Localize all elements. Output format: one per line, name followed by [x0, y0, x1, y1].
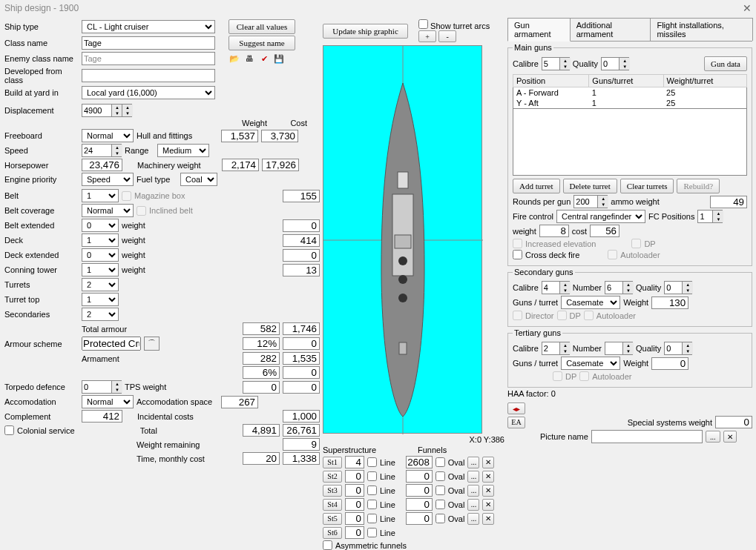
st5-line[interactable] [367, 514, 377, 523]
st3-line[interactable] [367, 486, 377, 495]
update-graphic-button[interactable]: Update ship graphic [323, 24, 408, 39]
st4-line[interactable] [367, 500, 377, 509]
deck-select[interactable]: 1 [82, 233, 119, 247]
fc-weight-label: weight [513, 227, 536, 236]
main-quality-spin[interactable]: ▲▼ [601, 57, 629, 70]
picture-name-input[interactable] [591, 430, 703, 443]
funnel-3-more[interactable]: ... [467, 485, 479, 497]
clear-all-button[interactable]: Clear all values [229, 19, 295, 34]
conning-select[interactable]: 1 [82, 263, 119, 276]
speed-spin[interactable]: ▲▼ [82, 144, 122, 157]
tab-flight[interactable]: Flight installations, missiles [650, 18, 753, 41]
picture-x-button[interactable]: ✕ [723, 431, 737, 443]
engine-priority-select[interactable]: Speed [82, 173, 134, 186]
funnel-5-more[interactable]: ... [467, 513, 479, 525]
st5-button[interactable]: St5 [323, 513, 342, 525]
funnel-1-oval[interactable] [435, 457, 445, 467]
close-button[interactable]: ✕ [743, 2, 752, 14]
secondaries-select[interactable]: 2 [82, 308, 119, 321]
delete-turret-button[interactable]: Delete turret [563, 179, 617, 193]
ter-gpt-select[interactable]: Casemate [561, 357, 620, 370]
tab-gun-armament[interactable]: Gun armament [507, 18, 571, 42]
funnel-1-x[interactable]: ✕ [482, 457, 494, 468]
ea-button[interactable]: EA [507, 417, 525, 428]
funnel-2-oval[interactable] [435, 471, 445, 481]
st4-button[interactable]: St4 [323, 499, 342, 511]
table-row[interactable]: Y - Aft125 [513, 98, 747, 109]
suggest-name-button[interactable]: Suggest name [229, 36, 295, 50]
funnel-4-x[interactable]: ✕ [482, 499, 494, 511]
ship-type-select[interactable]: CL - Light cruiser [82, 20, 215, 33]
developed-from-input[interactable] [82, 69, 215, 82]
picture-browse-button[interactable]: ... [706, 431, 720, 443]
accom-space-label: Accomodation space [137, 397, 218, 406]
sec-q-spin[interactable]: ▲▼ [664, 281, 692, 294]
print-icon[interactable]: 🖶 [243, 53, 255, 64]
tab-additional[interactable]: Additional armament [570, 18, 651, 41]
sec-auto-check [584, 311, 594, 320]
show-arcs-check[interactable] [418, 19, 428, 29]
funnel-2-more[interactable]: ... [467, 471, 479, 483]
rpg-spin[interactable]: ▲▼ [573, 195, 608, 208]
funnel-1-more[interactable]: ... [467, 457, 479, 468]
st1-button[interactable]: St1 [323, 457, 342, 468]
turret-top-select[interactable]: 1 [82, 293, 119, 306]
fuel-type-select[interactable]: Coal [180, 173, 217, 186]
folder-icon[interactable]: 📂 [229, 53, 240, 64]
table-row[interactable]: A - Forward125 [513, 87, 747, 99]
hull-cost [261, 130, 298, 142]
funnel-3-x[interactable]: ✕ [482, 485, 494, 497]
enemy-class-input[interactable] [82, 52, 215, 65]
save-icon[interactable]: 💾 [273, 53, 285, 64]
st1-line[interactable] [367, 457, 377, 467]
turret-table[interactable]: Position Guns/turret Weight/turret A - F… [513, 74, 747, 109]
funnel-5-oval[interactable] [435, 514, 445, 523]
belt-cov-select[interactable]: Normal [82, 204, 134, 217]
minus-button[interactable]: - [438, 30, 456, 42]
turrets-select[interactable]: 2 [82, 278, 119, 291]
ter-q-spin[interactable]: ▲▼ [664, 342, 692, 355]
st2-button[interactable]: St2 [323, 471, 342, 483]
asym-funnels-check[interactable] [323, 540, 332, 550]
clear-turrets-button[interactable]: Clear turrets [620, 179, 674, 193]
st2-line[interactable] [367, 471, 377, 481]
displacement-spin[interactable]: ▲▼ ▲▼ [82, 104, 132, 117]
sec-num-spin[interactable]: ▲▼ [605, 281, 633, 294]
add-turret-button[interactable]: Add turret [513, 179, 560, 193]
plus-button[interactable]: + [418, 30, 436, 42]
fc-select[interactable]: Central rangefinder [556, 210, 645, 223]
sec-cal-spin[interactable]: ▲▼ [542, 281, 570, 294]
ter-num-spin[interactable]: ▲▼ [605, 342, 633, 355]
arrows-button[interactable]: ◂▸ [507, 402, 525, 414]
check-icon[interactable]: ✔ [258, 53, 270, 64]
belt-select[interactable]: 1 [82, 189, 119, 202]
class-name-input[interactable] [82, 36, 215, 50]
gun-data-button[interactable]: Gun data [704, 56, 747, 71]
st6-button[interactable]: St6 [323, 527, 342, 539]
ship-graphic-canvas[interactable] [323, 45, 482, 434]
st6-line[interactable] [367, 528, 377, 537]
freeboard-select[interactable]: Normal [82, 129, 134, 142]
ter-cal-spin[interactable]: ▲▼ [542, 342, 570, 355]
range-select[interactable]: Medium [157, 144, 209, 157]
funnel-2-x[interactable]: ✕ [482, 471, 494, 483]
build-yard-select[interactable]: Local yard (16,000) [82, 86, 215, 99]
funnel-3-val [406, 484, 433, 497]
fcp-spin[interactable]: ▲▼ [697, 210, 723, 223]
armament-c [283, 352, 320, 365]
sec-gpt-select[interactable]: Casemate [561, 296, 620, 309]
armament-pct [243, 366, 280, 379]
main-calibre-spin[interactable]: ▲▼ [542, 57, 570, 70]
funnel-5-x[interactable]: ✕ [482, 513, 494, 525]
funnel-4-oval[interactable] [435, 500, 445, 509]
colonial-check[interactable] [4, 425, 14, 435]
accom-select[interactable]: Normal [82, 395, 134, 408]
belt-ext-select[interactable]: 0 [82, 219, 119, 232]
torpedo-spin[interactable]: ▲▼ [82, 380, 122, 394]
funnel-3-oval[interactable] [435, 486, 445, 495]
funnel-4-more[interactable]: ... [467, 499, 479, 511]
deck-ext-select[interactable]: 0 [82, 248, 119, 262]
st3-button[interactable]: St3 [323, 485, 342, 497]
ship-svg [323, 46, 483, 434]
cross-check[interactable] [513, 250, 522, 259]
